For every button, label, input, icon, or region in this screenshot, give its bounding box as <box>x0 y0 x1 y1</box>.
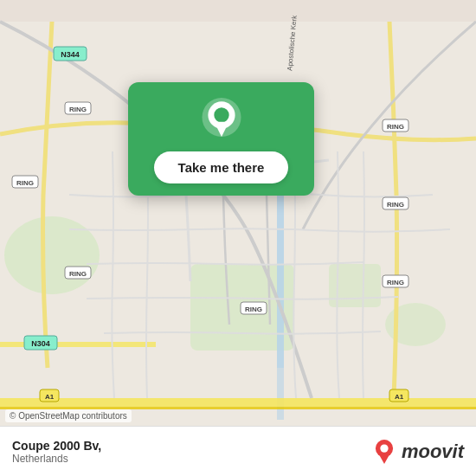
svg-point-40 <box>380 444 388 452</box>
map-container: N344 RING RING RING RING RING RING RING … <box>0 0 476 476</box>
svg-text:RING: RING <box>16 179 34 187</box>
svg-point-36 <box>214 107 228 122</box>
svg-text:RING: RING <box>387 123 404 131</box>
svg-text:A1: A1 <box>45 393 55 401</box>
copyright-notice: © OpenStreetMap contributors <box>5 409 132 422</box>
svg-text:RING: RING <box>69 270 87 278</box>
svg-text:RING: RING <box>69 106 87 113</box>
map-roads-svg: N344 RING RING RING RING RING RING RING … <box>0 0 476 476</box>
svg-text:N344: N344 <box>61 50 80 59</box>
location-country: Netherlands <box>12 453 101 465</box>
svg-text:A1: A1 <box>395 393 404 401</box>
moovit-brand-text: moovit <box>402 441 464 463</box>
svg-text:RING: RING <box>387 279 404 286</box>
location-info: Coupe 2000 Bv, Netherlands <box>12 439 101 465</box>
svg-rect-9 <box>0 342 156 347</box>
location-popup-card: Take me there <box>128 82 314 196</box>
take-me-there-button[interactable]: Take me there <box>154 151 289 183</box>
svg-point-1 <box>4 216 100 294</box>
moovit-pin-icon <box>372 440 396 464</box>
svg-text:N304: N304 <box>31 339 50 348</box>
svg-marker-39 <box>379 454 389 464</box>
moovit-logo: moovit <box>372 440 464 464</box>
bottom-bar: Coupe 2000 Bv, Netherlands moovit <box>0 426 476 476</box>
location-pin-icon <box>199 98 244 143</box>
svg-text:RING: RING <box>245 306 262 313</box>
location-name: Coupe 2000 Bv, <box>12 439 101 453</box>
svg-text:RING: RING <box>387 201 404 209</box>
